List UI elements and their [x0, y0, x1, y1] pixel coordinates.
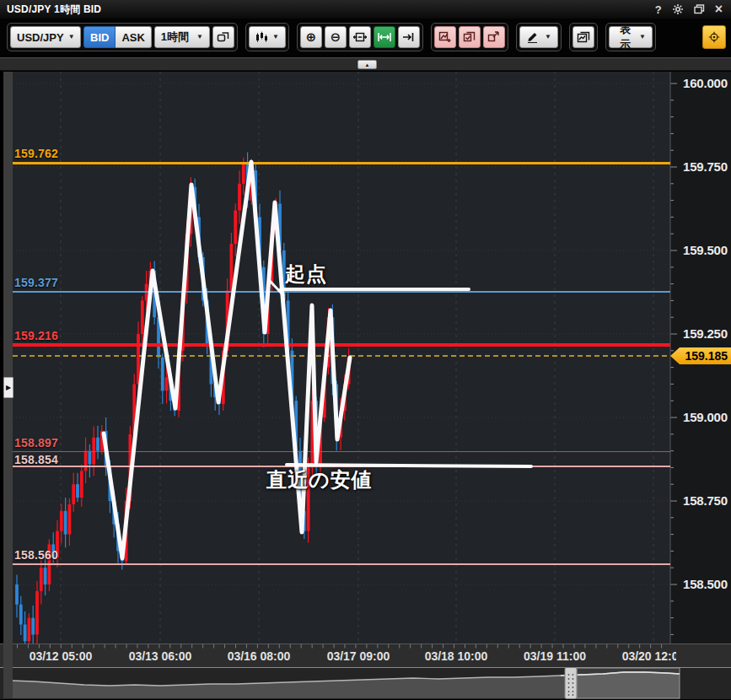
- draw-group: ▼: [516, 23, 562, 51]
- draw-tools-button[interactable]: ▼: [519, 26, 558, 48]
- chevron-down-icon: ▼: [196, 34, 203, 40]
- toolbar: USD/JPY ▼ BID ASK 1時間 ▼: [0, 19, 731, 56]
- collapse-panel-button[interactable]: ▲: [357, 60, 377, 69]
- symbol-select[interactable]: USD/JPY ▼: [10, 26, 81, 48]
- navigator[interactable]: [0, 667, 731, 699]
- timeframe-value: 1時間: [161, 30, 189, 45]
- chart-type-select[interactable]: ▼: [249, 26, 286, 48]
- chart-type-group: ▼: [245, 23, 289, 51]
- pencil-icon: [526, 31, 539, 43]
- zoom-in-button[interactable]: ⊕: [300, 26, 322, 48]
- chevron-down-icon: ▼: [272, 34, 279, 40]
- add-chart-icon: [438, 31, 451, 43]
- chart-add-button[interactable]: [434, 26, 456, 48]
- fit-width-icon: [378, 32, 391, 42]
- link-icon: [217, 31, 230, 43]
- close-icon[interactable]: ×: [715, 3, 723, 16]
- symbol-group: USD/JPY ▼ BID ASK 1時間 ▼: [7, 23, 238, 51]
- help-icon[interactable]: ?: [655, 4, 662, 15]
- popout-icon: [487, 31, 500, 43]
- symbol-value: USD/JPY: [17, 31, 64, 44]
- chart-plot[interactable]: [13, 72, 670, 643]
- fit-chart-icon: [353, 31, 367, 43]
- candlestick-icon: [255, 31, 267, 44]
- time-axis-strip[interactable]: [0, 643, 731, 667]
- scroll-latest-button[interactable]: [398, 26, 420, 48]
- bid-button[interactable]: BID: [83, 26, 116, 48]
- indicator-group: [569, 23, 598, 51]
- chevron-right-icon: ▶: [6, 384, 11, 391]
- zoom-out-button[interactable]: ⊖: [325, 26, 347, 48]
- chevron-up-icon: ▲: [365, 62, 370, 67]
- zoom-group: ⊕ ⊖: [297, 23, 423, 51]
- ask-button[interactable]: ASK: [116, 26, 151, 48]
- chart-popout-button[interactable]: [483, 26, 505, 48]
- fit-width-button[interactable]: [374, 26, 395, 48]
- zoom-in-icon: ⊕: [306, 30, 317, 45]
- layout-group: [431, 23, 508, 51]
- expand-sidebar-tab[interactable]: ▶: [3, 377, 13, 398]
- restore-window-icon[interactable]: [694, 4, 705, 14]
- chevron-down-icon: ▼: [68, 34, 75, 40]
- layout-windows-icon: [463, 31, 476, 43]
- link-chart-button[interactable]: [212, 26, 234, 48]
- display-group: 表示 ▼: [605, 23, 656, 51]
- price-axis[interactable]: [670, 72, 731, 643]
- chart-window: USD/JPY 1時間 BID ? × USD/JPY ▼ BI: [0, 0, 731, 700]
- timeframe-select[interactable]: 1時間 ▼: [154, 26, 210, 48]
- arrow-to-end-icon: [402, 32, 415, 42]
- display-menu-button[interactable]: 表示 ▼: [609, 26, 653, 48]
- fit-chart-button[interactable]: [349, 26, 371, 48]
- indicator-button[interactable]: [572, 26, 594, 48]
- crosshair-button[interactable]: [702, 25, 726, 49]
- titlebar-icons: ? ×: [655, 3, 731, 16]
- window-title: USD/JPY 1時間 BID: [0, 3, 101, 17]
- window-titlebar[interactable]: USD/JPY 1時間 BID ? ×: [0, 0, 731, 19]
- gear-icon[interactable]: [672, 3, 684, 15]
- crosshair-icon: [708, 30, 720, 45]
- collapse-panel-strip: ▲: [0, 57, 731, 71]
- chevron-down-icon: ▼: [545, 34, 551, 40]
- chevron-down-icon: ▼: [639, 34, 646, 40]
- zoom-out-icon: ⊖: [331, 30, 341, 45]
- indicator-chart-icon: [577, 31, 590, 43]
- display-label: 表示: [615, 22, 635, 52]
- bid-ask-toggle: BID ASK: [83, 26, 152, 48]
- chart-layout-button[interactable]: [459, 26, 481, 48]
